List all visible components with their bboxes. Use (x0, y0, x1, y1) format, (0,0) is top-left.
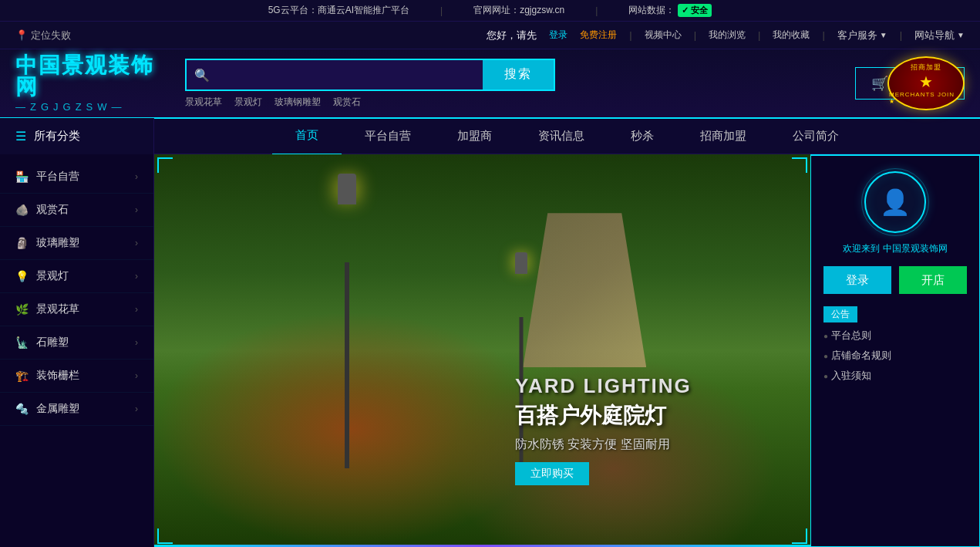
lamp-post-left (338, 174, 356, 468)
notice-item[interactable]: ● 平台总则 (823, 329, 967, 343)
cart-icon: 🛒 (871, 75, 888, 92)
notice-item-text: 平台总则 (831, 329, 871, 343)
buy-now-button[interactable]: 立即购买 (515, 462, 589, 485)
separator-1: | (440, 5, 443, 16)
sidebar-item[interactable]: 💡 景观灯 › (0, 260, 153, 293)
sidebar-item-arrow: › (135, 403, 138, 414)
sidebar: 🏪 平台自营 › 🪨 观赏石 › 🗿 玻璃雕塑 › 💡 景观灯 › 🌿 景观花草… (0, 154, 154, 547)
sidebar-item-arrow: › (135, 271, 138, 282)
welcome-label: 欢迎来到 中国景观装饰网 (843, 243, 947, 254)
website-label: 官网网址：zgjgzsw.cn (473, 4, 564, 17)
sidebar-item[interactable]: 🌿 景观花草 › (0, 293, 153, 326)
logo-main: 中国景观装饰网 (15, 55, 170, 98)
avatar-ring: 👤 (864, 171, 926, 233)
login-link[interactable]: 登录 (549, 29, 567, 42)
site-nav-dropdown[interactable]: 网站导航 ▼ (914, 29, 965, 42)
notice-items: ● 平台总则 ● 店铺命名规则 ● 入驻须知 (823, 329, 967, 383)
sidebar-item-arrow: › (135, 204, 138, 215)
my-browse-link[interactable]: 我的浏览 (709, 29, 746, 42)
notice-dot: ● (823, 372, 828, 380)
sidebar-item[interactable]: 🪨 观赏石 › (0, 194, 153, 227)
lamp-head-left (338, 174, 356, 204)
sidebar-item-label: 玻璃雕塑 (36, 236, 127, 250)
security-badge: 网站数据： ✓ 安全 (628, 4, 712, 17)
sidebar-item[interactable]: 🗽 石雕塑 › (0, 326, 153, 360)
sidebar-item-icon: 💡 (15, 270, 29, 282)
sidebar-item-icon: 🏗️ (15, 370, 29, 382)
hero-area: YARD LIGHTING 百搭户外庭院灯 防水防锈 安装方便 坚固耐用 立即购… (154, 154, 810, 547)
separator-2: | (595, 5, 598, 16)
sidebar-item-label: 石雕塑 (36, 336, 127, 349)
search-tag[interactable]: 景观灯 (234, 96, 262, 109)
sidebar-item-icon: 🪨 (15, 204, 29, 216)
welcome-text: 欢迎来到 中国景观装饰网 (843, 242, 947, 255)
corner-tr (792, 157, 807, 173)
main-nav-item[interactable]: 平台自营 (342, 118, 434, 155)
menu-icon: ☰ (15, 129, 26, 144)
notice-item-text: 入驻须知 (831, 369, 871, 383)
notice-item[interactable]: ● 入驻须知 (823, 369, 967, 383)
hero-text-block: YARD LIGHTING 百搭户外庭院灯 防水防锈 安装方便 坚固耐用 立即购… (515, 374, 692, 485)
nav-links: 您好，请先 登录 免费注册 | 视频中心 | 我的浏览 | 我的收藏 | 客户服… (487, 29, 965, 42)
sidebar-item-icon: 🗿 (15, 237, 29, 249)
hero-background: YARD LIGHTING 百搭户外庭院灯 防水防锈 安装方便 坚固耐用 立即购… (154, 154, 810, 547)
customer-service-dropdown[interactable]: 客户服务 ▼ (837, 29, 887, 42)
open-store-button[interactable]: 开店 (899, 266, 967, 294)
notice-dot: ● (823, 352, 828, 360)
search-box: 🔍 搜索 (185, 59, 555, 91)
logo-area: 中国景观装饰网 —ZGJGZSW— (15, 55, 170, 113)
search-tag[interactable]: 景观花草 (185, 96, 222, 109)
sidebar-item-label: 景观花草 (36, 302, 127, 316)
login-button[interactable]: 登录 (823, 266, 891, 294)
main-nav-item[interactable]: 公司简介 (770, 118, 862, 155)
search-input[interactable] (187, 60, 483, 89)
header: 中国景观装饰网 —ZGJGZSW— 🔍 搜索 景观花草景观灯玻璃钢雕塑观赏石 🛒… (0, 49, 980, 117)
top-banner: 5G云平台：商通云AI智能推广平台 | 官网网址：zgjgzsw.cn | 网站… (0, 0, 980, 22)
sidebar-item-arrow: › (135, 370, 138, 381)
notice-item-text: 店铺命名规则 (831, 349, 891, 363)
main-nav-item[interactable]: 招商加盟 (677, 118, 770, 155)
star-icon: ★ (919, 73, 933, 91)
sidebar-item[interactable]: 🏗️ 装饰栅栏 › (0, 360, 153, 393)
sidebar-item-arrow: › (135, 171, 138, 182)
sidebar-item[interactable]: 🗿 玻璃雕塑 › (0, 227, 153, 260)
search-button[interactable]: 搜索 (483, 60, 554, 89)
customer-service-label: 客户服务 (837, 29, 877, 42)
main-nav-item[interactable]: 秒杀 (608, 118, 677, 155)
sidebar-item-label: 观赏石 (36, 203, 127, 217)
video-center-link[interactable]: 视频中心 (645, 29, 682, 42)
main-nav-links: 首页平台自营加盟商资讯信息秒杀招商加盟公司简介 (154, 118, 980, 155)
sidebar-item-icon: 🔩 (15, 403, 29, 415)
pin-icon: 📍 (15, 29, 28, 41)
nav-bar: 📍 定位失败 您好，请先 登录 免费注册 | 视频中心 | 我的浏览 | 我的收… (0, 22, 980, 49)
all-categories[interactable]: ☰ 所有分类 (0, 118, 154, 155)
sidebar-item-label: 装饰栅栏 (36, 369, 127, 383)
search-tag[interactable]: 玻璃钢雕塑 (274, 96, 321, 109)
sidebar-item-label: 景观灯 (36, 269, 127, 283)
location-text: 定位失败 (31, 29, 71, 42)
sidebar-item[interactable]: 🔩 金属雕塑 › (0, 393, 153, 426)
greeting-text: 您好，请先 (487, 29, 537, 42)
user-avatar-icon: 👤 (880, 187, 911, 217)
search-area: 🔍 搜索 景观花草景观灯玻璃钢雕塑观赏石 (185, 59, 555, 109)
all-categories-label: 所有分类 (34, 129, 80, 144)
main-nav-item[interactable]: 加盟商 (434, 118, 515, 155)
main-nav-item[interactable]: 首页 (272, 118, 342, 155)
sidebar-item-icon: 🌿 (15, 303, 29, 316)
sidebar-item-icon: 🏪 (15, 171, 29, 183)
main-nav-item[interactable]: 资讯信息 (515, 118, 608, 155)
platform-text: 5G云平台：商通云AI智能推广平台 (268, 4, 409, 17)
register-link[interactable]: 免费注册 (580, 29, 617, 42)
merchants-join-badge[interactable]: 招商加盟 ★ MERCHANTS JOIN ★ (887, 56, 965, 110)
hero-scene (154, 154, 810, 547)
right-panel: 👤 欢迎来到 中国景观装饰网 登录 开店 公告 ● 平台总则 ● 店铺命名规则 … (810, 154, 980, 547)
search-tag[interactable]: 观赏石 (333, 96, 361, 109)
my-favorites-link[interactable]: 我的收藏 (773, 29, 810, 42)
sidebar-item[interactable]: 🏪 平台自营 › (0, 160, 153, 194)
location: 📍 定位失败 (15, 29, 71, 42)
site-nav-label: 网站导航 (914, 29, 955, 42)
notice-item[interactable]: ● 店铺命名规则 (823, 349, 967, 363)
lamp-pole-left (345, 262, 349, 468)
lamp-head-center (515, 252, 527, 274)
hero-cn-title: 百搭户外庭院灯 (515, 401, 692, 431)
